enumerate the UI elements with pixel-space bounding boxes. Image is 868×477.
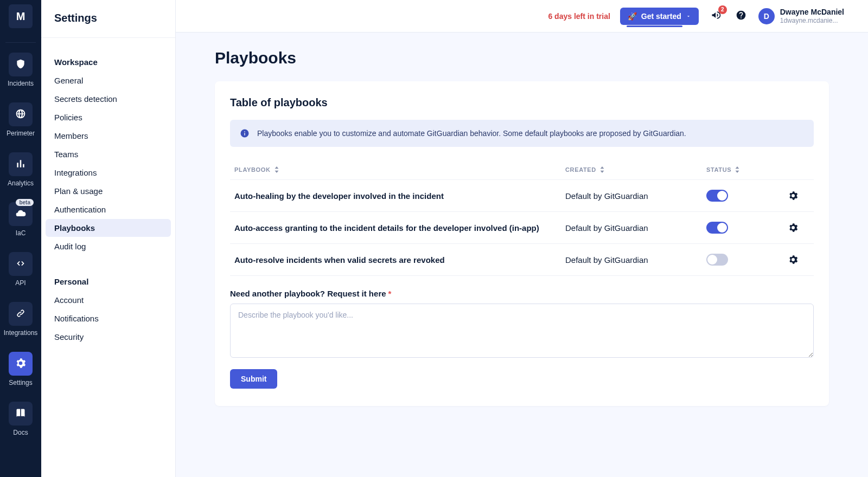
brand-logo[interactable]: M <box>9 4 33 28</box>
submit-button[interactable]: Submit <box>230 369 277 389</box>
column-label: STATUS <box>706 166 731 173</box>
playbook-created: Default by GitGuardian <box>565 223 706 233</box>
rail-item-perimeter[interactable]: Perimeter <box>7 102 35 137</box>
book-icon <box>15 408 26 420</box>
required-star: * <box>388 289 392 298</box>
rail-label: Incidents <box>8 80 34 87</box>
sidebar-link-security[interactable]: Security <box>46 328 171 346</box>
announcements-button[interactable]: 2 <box>709 9 724 24</box>
sidebar-link-teams[interactable]: Teams <box>46 145 171 163</box>
playbooks-card: Table of playbooks Playbooks enable you … <box>215 81 829 406</box>
playbook-name: Auto-access granting to the incident det… <box>234 223 565 233</box>
sidebar-link-members[interactable]: Members <box>46 127 171 145</box>
help-button[interactable] <box>733 9 749 24</box>
main: 6 days left in trial 🚀 Get started 2 D D… <box>176 0 868 477</box>
rail-label: Integrations <box>4 329 38 337</box>
sidebar-link-notifications[interactable]: Notifications <box>46 310 171 327</box>
code-icon <box>15 258 26 270</box>
shield-icon <box>15 59 26 70</box>
beta-badge: beta <box>16 199 34 206</box>
playbook-name: Auto-resolve incidents when valid secret… <box>234 255 565 265</box>
rail-label: Docs <box>13 429 28 436</box>
globe-icon <box>15 108 26 120</box>
nav-rail: M Incidents Perimeter Analytics beta IaC… <box>0 0 41 477</box>
info-icon <box>240 128 250 138</box>
settings-sidebar: Settings Workspace General Secrets detec… <box>41 0 176 477</box>
user-menu[interactable]: D Dwayne McDaniel 1dwayne.mcdanie... <box>758 8 855 24</box>
request-label-text: Need another playbook? Request it here <box>230 289 386 298</box>
sidebar-link-integrations[interactable]: Integrations <box>46 164 171 182</box>
sort-icon <box>735 166 740 173</box>
status-toggle[interactable] <box>706 190 728 202</box>
sidebar-link-general[interactable]: General <box>46 72 171 89</box>
rail-label: Settings <box>9 379 32 386</box>
table-row: Auto-healing by the developer involved i… <box>230 180 814 212</box>
column-playbook[interactable]: PLAYBOOK <box>234 166 565 173</box>
rail-label: API <box>15 279 25 287</box>
rail-item-settings[interactable]: Settings <box>9 352 33 386</box>
rail-item-iac[interactable]: beta IaC <box>9 202 33 237</box>
topbar: 6 days left in trial 🚀 Get started 2 D D… <box>176 0 868 33</box>
gear-icon <box>15 358 26 370</box>
chevron-down-icon <box>850 14 855 19</box>
sidebar-link-policies[interactable]: Policies <box>46 108 171 126</box>
user-email: 1dwayne.mcdanie... <box>780 17 844 24</box>
sidebar-link-secrets-detection[interactable]: Secrets detection <box>46 90 171 108</box>
rail-item-docs[interactable]: Docs <box>9 402 33 436</box>
table-header: PLAYBOOK CREATED STATUS <box>230 160 814 180</box>
trial-countdown: 6 days left in trial <box>548 12 610 21</box>
avatar: D <box>758 8 775 24</box>
request-textarea[interactable] <box>230 304 814 358</box>
card-title: Table of playbooks <box>230 96 814 109</box>
column-status[interactable]: STATUS <box>706 166 777 173</box>
rocket-icon: 🚀 <box>628 12 637 21</box>
request-label: Need another playbook? Request it here* <box>230 289 814 298</box>
info-banner-text: Playbooks enable you to customize and au… <box>257 129 686 138</box>
link-icon <box>15 308 26 320</box>
sidebar-section-personal: Personal <box>46 273 171 291</box>
playbook-name: Auto-healing by the developer involved i… <box>234 191 565 201</box>
help-icon <box>736 10 746 22</box>
bar-chart-icon <box>15 158 26 170</box>
chevron-down-icon <box>686 14 691 19</box>
sort-icon <box>274 166 279 173</box>
table-row: Auto-access granting to the incident det… <box>230 212 814 244</box>
get-started-label: Get started <box>641 12 681 21</box>
sidebar-link-account[interactable]: Account <box>46 291 171 309</box>
rail-label: IaC <box>16 229 26 237</box>
table-row: Auto-resolve incidents when valid secret… <box>230 244 814 276</box>
column-label: CREATED <box>565 166 596 173</box>
rail-item-integrations[interactable]: Integrations <box>4 302 38 337</box>
sidebar-link-plan-usage[interactable]: Plan & usage <box>46 182 171 200</box>
playbook-created: Default by GitGuardian <box>565 255 706 265</box>
sidebar-link-audit-log[interactable]: Audit log <box>46 237 171 255</box>
rail-item-analytics[interactable]: Analytics <box>8 152 34 187</box>
sidebar-section-workspace: Workspace <box>46 53 171 71</box>
page-title: Playbooks <box>215 49 829 67</box>
rail-label: Perimeter <box>7 130 35 137</box>
get-started-button[interactable]: 🚀 Get started <box>620 8 699 25</box>
row-settings-button[interactable] <box>788 255 798 265</box>
notification-badge: 2 <box>718 5 727 14</box>
rail-divider <box>5 42 36 43</box>
sort-icon <box>599 166 605 173</box>
content: Playbooks Table of playbooks Playbooks e… <box>176 33 868 477</box>
status-toggle[interactable] <box>706 254 728 266</box>
sidebar-link-playbooks[interactable]: Playbooks <box>46 219 171 237</box>
rail-item-api[interactable]: API <box>9 252 33 287</box>
rail-item-incidents[interactable]: Incidents <box>8 53 34 87</box>
status-toggle[interactable] <box>706 222 728 234</box>
playbook-created: Default by GitGuardian <box>565 191 706 201</box>
sidebar-title: Settings <box>41 0 175 38</box>
row-settings-button[interactable] <box>788 191 798 201</box>
column-created[interactable]: CREATED <box>565 166 706 173</box>
cloud-icon <box>15 208 26 220</box>
gear-icon <box>788 223 798 233</box>
gear-icon <box>788 191 798 201</box>
user-name: Dwayne McDaniel <box>780 8 844 17</box>
row-settings-button[interactable] <box>788 223 798 233</box>
gear-icon <box>788 255 798 265</box>
rail-label: Analytics <box>8 179 34 187</box>
sidebar-link-authentication[interactable]: Authentication <box>46 201 171 218</box>
info-banner: Playbooks enable you to customize and au… <box>230 120 814 147</box>
